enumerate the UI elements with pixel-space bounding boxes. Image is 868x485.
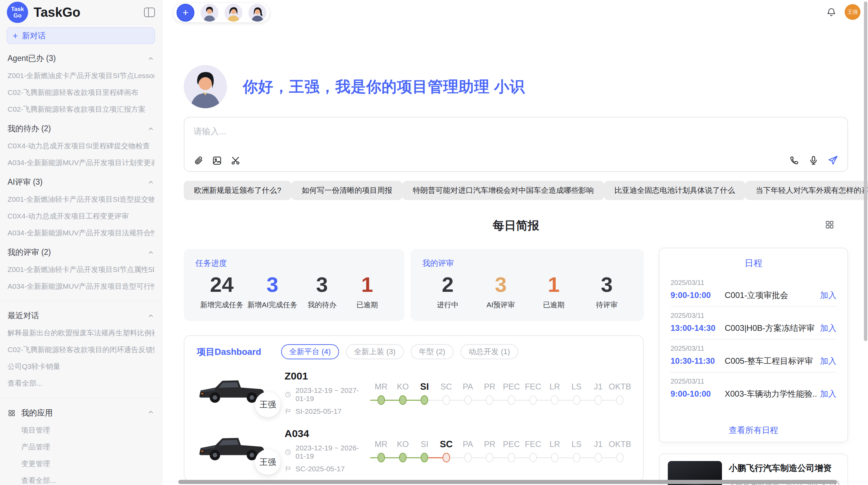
scissors-icon[interactable] bbox=[230, 156, 241, 166]
milestone-connector bbox=[624, 457, 631, 458]
dashboard-tab[interactable]: 年型 (2) bbox=[411, 344, 454, 359]
chat-input[interactable] bbox=[193, 126, 839, 136]
join-button[interactable]: 加入 bbox=[820, 388, 836, 399]
milestone-connector bbox=[558, 457, 566, 458]
send-icon[interactable] bbox=[828, 155, 839, 166]
person-avatar-icon bbox=[225, 4, 242, 22]
stat-label: 已逾期 bbox=[357, 300, 378, 310]
project-flag-text: SC-2025-05-17 bbox=[296, 465, 345, 473]
milestone-connector bbox=[580, 457, 588, 458]
hero: 你好，王强，我是你的项目管理助理 小识 bbox=[184, 65, 525, 108]
sidebar-recent-item[interactable]: 解释最新出台的欧盟报废车法规再生塑料比例被调至15%... bbox=[8, 328, 154, 338]
dashboard-tab[interactable]: 全新平台 (4) bbox=[281, 344, 339, 359]
milestone-connector bbox=[414, 457, 421, 458]
sidebar-task-item[interactable]: C0X4-动力总成开发项目SI里程碑提交物检查 bbox=[8, 141, 154, 151]
join-button[interactable]: 加入 bbox=[820, 290, 836, 301]
project-image: 王强 bbox=[197, 428, 282, 473]
agent-avatar-3[interactable] bbox=[249, 4, 266, 22]
image-icon[interactable] bbox=[212, 156, 222, 166]
sidebar-task-item[interactable]: A034-全新新能源MUV产品开发项目造型可行性评审 bbox=[8, 282, 154, 291]
schedule-event-title: C003|H0B-方案冻结评审 bbox=[725, 323, 817, 334]
suggestion-chip[interactable]: 特朗普可能对进口汽车增税会对中国车企造成哪些影响 bbox=[402, 181, 604, 200]
sidebar-section-title: 我的评审 (2) bbox=[8, 247, 51, 258]
sidebar-section-header[interactable]: Agent已办 (3) bbox=[8, 53, 154, 64]
milestone-node-row bbox=[566, 395, 587, 405]
milestone-node bbox=[486, 453, 493, 462]
sidebar-app-item[interactable]: 变更管理 bbox=[21, 459, 154, 469]
sidebar-recent-item[interactable]: 公司Q3轻卡销量 bbox=[8, 362, 154, 371]
milestone-connector bbox=[407, 457, 414, 458]
dashboard-header: 项目Dashboard 全新平台 (4)全新上装 (3)年型 (2)动总开发 (… bbox=[197, 344, 631, 359]
add-agent-button[interactable]: + bbox=[177, 4, 194, 22]
schedule-date: 2025/03/11 bbox=[671, 377, 836, 385]
flag-icon bbox=[285, 465, 291, 472]
sidebar: Task Go TaskGo + 新对话 Agent已办 (3)Z001-全新燃… bbox=[0, 0, 162, 485]
microphone-icon[interactable] bbox=[808, 155, 819, 165]
dashboard-tab[interactable]: 全新上装 (3) bbox=[346, 344, 404, 359]
sidebar-task-item[interactable]: Z001-全新燃油轻卡产品开发项目SI造型提交物评审 bbox=[8, 195, 154, 204]
milestone-connector bbox=[472, 400, 479, 401]
sidebar-collapse-icon[interactable] bbox=[144, 8, 155, 17]
milestone-step: OKTB bbox=[609, 438, 631, 463]
join-button[interactable]: 加入 bbox=[820, 356, 836, 366]
project-info: A0342023-12-19 ~ 2026-01-19SC-2025-05-17 bbox=[282, 428, 368, 473]
vertical-scrollbar[interactable] bbox=[864, 1, 867, 341]
milestone-connector bbox=[457, 457, 464, 458]
stat-value: 1 bbox=[548, 272, 559, 297]
milestone-node-row bbox=[609, 452, 631, 463]
sidebar-recent-view-all[interactable]: 查看全部... bbox=[8, 378, 154, 388]
milestone-node-row bbox=[479, 452, 501, 463]
milestone-label: KO bbox=[397, 381, 409, 393]
project-period-text: 2023-12-19 ~ 2027-01-19 bbox=[296, 386, 368, 403]
layout-grid-icon[interactable] bbox=[825, 220, 834, 231]
sidebar-task-item[interactable]: A034-全新新能源MUV产品开发项目计划变更表编写 bbox=[8, 158, 154, 167]
sidebar-recent-item[interactable]: C02-飞腾新能源轻客改款项目的闭环通告反馈情况 bbox=[8, 345, 154, 355]
project-flag: SC-2025-05-17 bbox=[285, 465, 368, 473]
milestone-node-row bbox=[522, 452, 544, 463]
project-rows: 王强Z0012023-12-19 ~ 2027-01-19SI-2025-05-… bbox=[197, 367, 631, 481]
schedule-item: 2025/03/119:00-10:00X003-车辆动力学性能验...加入 bbox=[671, 373, 836, 405]
sidebar-item-my-apps[interactable]: 我的应用 bbox=[8, 408, 154, 418]
sidebar-task-item[interactable]: Z001-全新燃油皮卡产品开发项目SI节点Lesson Learn报告 bbox=[8, 71, 154, 80]
agent-avatar-2[interactable] bbox=[225, 4, 242, 22]
sidebar-task-item[interactable]: C02-飞腾新能源轻客改款项目里程碑画布 bbox=[8, 88, 154, 97]
sidebar-task-item[interactable]: Z001-全新燃油轻卡产品开发项目SI节点属性5D文件评审 bbox=[8, 265, 154, 274]
sidebar-task-item[interactable]: C02-飞腾新能源轻客改款项目立项汇报方案 bbox=[8, 104, 154, 114]
sidebar-app-item[interactable]: 项目管理 bbox=[21, 425, 154, 435]
user-avatar[interactable]: 王强 bbox=[845, 4, 860, 20]
join-button[interactable]: 加入 bbox=[820, 323, 836, 334]
stat-card-title: 任务进度 bbox=[195, 258, 393, 269]
view-all-schedule-link[interactable]: 查看所有日程 bbox=[660, 425, 847, 436]
stat-cards: 任务进度24新增完成任务3新增AI完成任务3我的待办1已逾期我的评审2进行中3A… bbox=[184, 249, 644, 321]
suggestion-chip[interactable]: 比亚迪全固态电池计划具体说了什么 bbox=[604, 181, 745, 200]
sidebar-app-item[interactable]: 产品管理 bbox=[21, 442, 154, 452]
sidebar-section-header[interactable]: 我的评审 (2) bbox=[8, 247, 154, 258]
horizontal-scrollbar[interactable] bbox=[178, 480, 837, 484]
agent-avatar-1[interactable] bbox=[201, 4, 218, 22]
suggestion-chip[interactable]: 当下年轻人对汽车外观有怎样的喜好趋势 bbox=[745, 181, 868, 200]
stat: 24新增完成任务 bbox=[200, 272, 243, 310]
sidebar-section-header[interactable]: AI评审 (3) bbox=[8, 177, 154, 187]
stat: 1已逾期 bbox=[533, 272, 574, 310]
milestone-label: J1 bbox=[594, 381, 602, 393]
app-logo-line2: Go bbox=[13, 12, 22, 19]
flag-icon bbox=[285, 408, 291, 415]
notification-bell-icon[interactable] bbox=[826, 7, 836, 18]
stat-value: 3 bbox=[266, 272, 278, 297]
schedule-title: 日程 bbox=[671, 257, 836, 269]
dashboard-tab[interactable]: 动总开发 (1) bbox=[460, 344, 518, 359]
sidebar-recent-header[interactable]: 最近对话 bbox=[8, 310, 154, 321]
attachment-icon[interactable] bbox=[193, 156, 204, 166]
new-chat-button[interactable]: + 新对话 bbox=[7, 27, 155, 44]
milestone-step: OKTB bbox=[609, 381, 631, 405]
stat: 3待评审 bbox=[586, 272, 627, 310]
phone-icon[interactable] bbox=[789, 155, 799, 165]
sidebar-task-item[interactable]: C0X4-动力总成开发项目工程变更评审 bbox=[8, 211, 154, 221]
app-logo: Task Go bbox=[7, 2, 28, 23]
sidebar-apps-view-all[interactable]: 查看全部... bbox=[21, 476, 154, 485]
suggestion-chip[interactable]: 如何写一份清晰的项目周报 bbox=[291, 181, 402, 200]
sidebar-task-item[interactable]: A034-全新新能源MUV产品开发项目法规符合性评审 bbox=[8, 228, 154, 238]
suggestion-chip[interactable]: 欧洲新规最近颁布了什么? bbox=[184, 181, 291, 200]
sidebar-section-header[interactable]: 我的待办 (2) bbox=[8, 123, 154, 134]
clock-icon bbox=[285, 391, 291, 398]
